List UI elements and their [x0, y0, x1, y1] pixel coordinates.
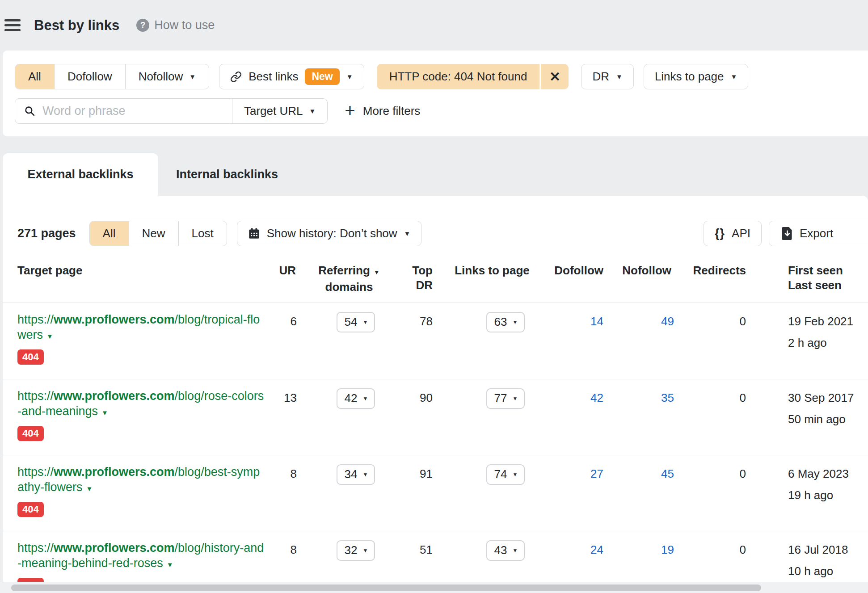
- col-top-dr[interactable]: Top DR: [400, 263, 436, 294]
- filter-all-button[interactable]: All: [15, 64, 54, 89]
- search-input[interactable]: [42, 104, 224, 118]
- col-dofollow[interactable]: Dofollow: [548, 263, 606, 294]
- chevron-down-icon: ▼: [731, 73, 737, 80]
- dofollow-link[interactable]: 27: [590, 467, 603, 481]
- nofollow-link[interactable]: 19: [661, 543, 674, 557]
- pages-count: 271 pages: [17, 227, 76, 240]
- last-seen-value: 50 min ago: [788, 412, 846, 426]
- dofollow-link[interactable]: 24: [590, 543, 603, 557]
- close-icon[interactable]: ✕: [541, 64, 569, 89]
- target-page-link[interactable]: https://www.proflowers.com/blog/tropical…: [17, 312, 265, 344]
- segment-lost-button[interactable]: Lost: [178, 221, 227, 246]
- links-to-page-dropdown[interactable]: 63 ▼: [486, 312, 525, 332]
- horizontal-scrollbar-thumb[interactable]: [11, 585, 761, 591]
- best-links-label: Best links: [249, 70, 298, 84]
- content-panel: 271 pages All New Lost: [3, 196, 868, 593]
- segment-all-button[interactable]: All: [90, 221, 129, 246]
- table-row: https://www.proflowers.com/blog/tropical…: [3, 303, 868, 379]
- links-to-page-dropdown[interactable]: 43 ▼: [486, 540, 525, 561]
- tabs-row: External backlinks Internal backlinks: [0, 136, 868, 196]
- col-redirects[interactable]: Redirects: [678, 263, 751, 294]
- url-dropdown-caret-icon[interactable]: ▼: [86, 485, 93, 492]
- referring-domains-dropdown[interactable]: 32 ▼: [337, 540, 375, 561]
- page-title: Best by links: [34, 17, 119, 34]
- nofollow-link[interactable]: 35: [661, 391, 674, 405]
- url-dropdown-caret-icon[interactable]: ▼: [46, 332, 53, 340]
- dr-dropdown[interactable]: DR ▼: [581, 64, 633, 89]
- dofollow-link[interactable]: 42: [590, 391, 603, 405]
- best-links-dropdown[interactable]: Best links New ▼: [219, 64, 364, 89]
- target-page-link[interactable]: https://www.proflowers.com/blog/rose-col…: [17, 388, 265, 421]
- export-label: Export: [800, 227, 833, 240]
- referring-domains-value: 42: [345, 391, 358, 405]
- dr-label: DR: [592, 70, 609, 84]
- chevron-down-icon: ▼: [513, 320, 518, 325]
- col-referring-domains[interactable]: Referring▼ domains: [298, 263, 400, 294]
- filter-panel: All Dofollow Nofollow ▼ Best links New ▼: [3, 50, 868, 136]
- filter-dofollow-label: Dofollow: [67, 70, 112, 84]
- more-filters-button[interactable]: + More filters: [345, 103, 420, 119]
- target-url-label: Target URL: [244, 104, 303, 118]
- target-url-dropdown[interactable]: Target URL ▼: [232, 99, 327, 123]
- api-label: API: [732, 227, 750, 240]
- chevron-down-icon: ▼: [513, 396, 518, 401]
- url-dropdown-caret-icon[interactable]: ▼: [167, 561, 173, 568]
- hamburger-menu-icon[interactable]: [4, 19, 21, 31]
- how-to-use-link[interactable]: ? How to use: [136, 18, 215, 32]
- filter-nofollow-button[interactable]: Nofollow ▼: [125, 64, 209, 89]
- url-prefix: https://: [17, 465, 54, 479]
- referring-domains-dropdown[interactable]: 54 ▼: [337, 312, 375, 332]
- url-dropdown-caret-icon[interactable]: ▼: [101, 409, 108, 416]
- table-row: https://www.proflowers.com/blog/best-sym…: [3, 455, 868, 531]
- chevron-down-icon: ▼: [309, 108, 316, 114]
- search-icon: [24, 105, 35, 117]
- http-code-filter-label[interactable]: HTTP code: 404 Not found: [377, 64, 540, 89]
- redirects-value: 0: [678, 312, 751, 379]
- top-dr-value: 90: [400, 388, 436, 455]
- col-links-to-page[interactable]: Links to page: [436, 263, 548, 294]
- chevron-down-icon: ▼: [513, 472, 518, 477]
- last-seen-value: 19 h ago: [788, 488, 833, 502]
- target-page-link[interactable]: https://www.proflowers.com/blog/best-sym…: [17, 464, 265, 496]
- filter-dofollow-button[interactable]: Dofollow: [54, 64, 125, 89]
- referring-domains-dropdown[interactable]: 34 ▼: [337, 464, 375, 485]
- redirects-value: 0: [678, 464, 751, 531]
- links-to-page-dropdown[interactable]: 74 ▼: [486, 464, 525, 485]
- col-target-page[interactable]: Target page: [3, 263, 266, 294]
- api-button[interactable]: {} API: [704, 221, 762, 246]
- chevron-down-icon: ▼: [363, 320, 368, 325]
- links-to-page-dropdown[interactable]: Links to page ▼: [644, 64, 749, 89]
- links-to-page-dropdown[interactable]: 77 ▼: [486, 388, 525, 409]
- new-badge: New: [305, 68, 339, 85]
- export-button[interactable]: Export: [769, 221, 868, 246]
- filter-nofollow-label: Nofollow: [139, 70, 183, 84]
- first-seen-value: 19 Feb 2021: [788, 315, 853, 328]
- table-row: https://www.proflowers.com/blog/rose-col…: [3, 379, 868, 455]
- referring-domains-value: 32: [345, 543, 358, 557]
- links-to-page-value: 43: [494, 543, 507, 557]
- referring-domains-value: 54: [345, 315, 358, 329]
- horizontal-scrollbar-track[interactable]: [0, 582, 868, 593]
- tab-internal-backlinks[interactable]: Internal backlinks: [158, 153, 296, 196]
- nofollow-link[interactable]: 49: [661, 315, 674, 328]
- ur-value: 13: [266, 388, 298, 455]
- nofollow-link[interactable]: 45: [661, 467, 674, 481]
- segment-new-button[interactable]: New: [129, 221, 178, 246]
- col-ur[interactable]: UR: [266, 263, 298, 294]
- last-seen-label: Last seen: [788, 278, 842, 293]
- tab-external-backlinks[interactable]: External backlinks: [3, 153, 158, 196]
- target-page-link[interactable]: https://www.proflowers.com/blog/history-…: [17, 540, 265, 572]
- url-prefix: https://: [17, 389, 54, 403]
- referring-domains-dropdown[interactable]: 42 ▼: [337, 388, 375, 409]
- dofollow-link[interactable]: 14: [590, 315, 603, 328]
- table-header: Target page UR Referring▼ domains Top DR…: [3, 246, 868, 303]
- url-prefix: https://: [17, 313, 54, 326]
- http-status-badge: 404: [17, 349, 44, 365]
- show-history-dropdown[interactable]: Show history: Don’t show ▼: [237, 221, 422, 246]
- last-seen-value: 2 h ago: [788, 336, 827, 350]
- col-nofollow[interactable]: Nofollow: [606, 263, 678, 294]
- col-first-last-seen[interactable]: First seen Last seen: [751, 263, 868, 294]
- follow-filter-group: All Dofollow Nofollow ▼: [15, 64, 209, 89]
- referring-domains-value: 34: [345, 467, 358, 481]
- first-seen-label: First seen: [788, 263, 843, 278]
